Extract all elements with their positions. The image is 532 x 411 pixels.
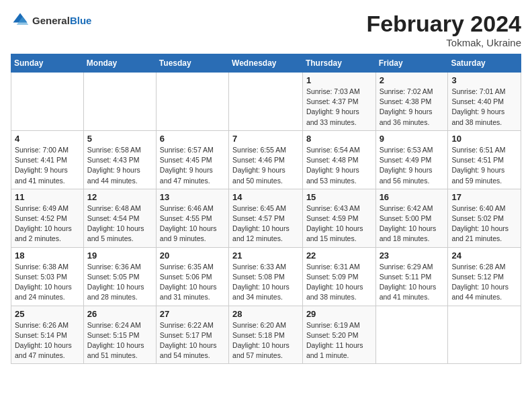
day-number: 8 [306, 134, 372, 144]
day-info: Sunrise: 6:48 AM Sunset: 4:54 PM Dayligh… [87, 203, 152, 244]
day-number: 2 [380, 75, 445, 85]
calendar-cell: 24Sunrise: 6:28 AM Sunset: 5:12 PM Dayli… [448, 247, 521, 306]
day-number: 19 [87, 250, 152, 261]
day-info: Sunrise: 6:43 AM Sunset: 4:59 PM Dayligh… [306, 203, 372, 244]
calendar-cell: 13Sunrise: 6:46 AM Sunset: 4:55 PM Dayli… [156, 189, 228, 247]
col-header-tuesday: Tuesday [156, 54, 228, 73]
day-number: 3 [451, 75, 517, 85]
calendar-cell: 20Sunrise: 6:35 AM Sunset: 5:06 PM Dayli… [156, 247, 228, 306]
day-number: 16 [380, 192, 445, 202]
title-block: February 2024 Tokmak, Ukraine [366, 11, 521, 48]
calendar-cell: 19Sunrise: 6:36 AM Sunset: 5:05 PM Dayli… [83, 247, 156, 306]
calendar-cell: 27Sunrise: 6:22 AM Sunset: 5:17 PM Dayli… [156, 306, 228, 364]
col-header-monday: Monday [83, 54, 156, 73]
calendar-cell: 4Sunrise: 7:00 AM Sunset: 4:41 PM Daylig… [11, 130, 84, 189]
calendar-cell: 10Sunrise: 6:51 AM Sunset: 4:51 PM Dayli… [448, 130, 521, 189]
day-number: 4 [15, 134, 80, 144]
day-number: 11 [15, 192, 80, 202]
day-info: Sunrise: 6:53 AM Sunset: 4:49 PM Dayligh… [380, 145, 445, 186]
day-number: 23 [380, 250, 445, 261]
day-info: Sunrise: 6:24 AM Sunset: 5:15 PM Dayligh… [87, 320, 152, 361]
calendar-cell [448, 306, 521, 364]
day-number: 27 [160, 309, 225, 319]
day-number: 29 [306, 309, 372, 319]
calendar-cell: 26Sunrise: 6:24 AM Sunset: 5:15 PM Dayli… [83, 306, 156, 364]
day-info: Sunrise: 6:36 AM Sunset: 5:05 PM Dayligh… [87, 262, 152, 303]
calendar-cell: 9Sunrise: 6:53 AM Sunset: 4:49 PM Daylig… [375, 130, 448, 189]
day-info: Sunrise: 6:26 AM Sunset: 5:14 PM Dayligh… [15, 320, 80, 361]
page-header: GeneralBlue February 2024 Tokmak, Ukrain… [11, 11, 521, 48]
day-info: Sunrise: 7:03 AM Sunset: 4:37 PM Dayligh… [306, 87, 372, 128]
calendar-cell [83, 73, 156, 131]
calendar-cell: 11Sunrise: 6:49 AM Sunset: 4:52 PM Dayli… [11, 189, 84, 247]
day-number: 12 [87, 192, 152, 202]
day-info: Sunrise: 6:40 AM Sunset: 5:02 PM Dayligh… [451, 203, 517, 244]
calendar-cell [156, 73, 228, 131]
calendar-cell: 1Sunrise: 7:03 AM Sunset: 4:37 PM Daylig… [302, 73, 375, 131]
logo-icon [11, 11, 30, 30]
day-info: Sunrise: 6:54 AM Sunset: 4:48 PM Dayligh… [306, 145, 372, 186]
day-number: 10 [451, 134, 517, 144]
day-number: 15 [306, 192, 372, 202]
day-info: Sunrise: 6:55 AM Sunset: 4:46 PM Dayligh… [232, 145, 299, 186]
day-info: Sunrise: 6:45 AM Sunset: 4:57 PM Dayligh… [232, 203, 299, 244]
day-number: 13 [160, 192, 225, 202]
logo: GeneralBlue [11, 11, 91, 30]
day-number: 5 [87, 134, 152, 144]
col-header-sunday: Sunday [11, 54, 84, 73]
calendar-cell: 8Sunrise: 6:54 AM Sunset: 4:48 PM Daylig… [302, 130, 375, 189]
day-info: Sunrise: 6:33 AM Sunset: 5:08 PM Dayligh… [232, 262, 299, 303]
calendar-cell: 18Sunrise: 6:38 AM Sunset: 5:03 PM Dayli… [11, 247, 84, 306]
calendar-cell: 16Sunrise: 6:42 AM Sunset: 5:00 PM Dayli… [375, 189, 448, 247]
day-info: Sunrise: 6:29 AM Sunset: 5:11 PM Dayligh… [380, 262, 445, 303]
day-number: 17 [451, 192, 517, 202]
day-info: Sunrise: 6:22 AM Sunset: 5:17 PM Dayligh… [160, 320, 225, 361]
calendar-cell: 2Sunrise: 7:02 AM Sunset: 4:38 PM Daylig… [375, 73, 448, 131]
calendar-cell: 22Sunrise: 6:31 AM Sunset: 5:09 PM Dayli… [302, 247, 375, 306]
col-header-friday: Friday [375, 54, 448, 73]
calendar-cell: 3Sunrise: 7:01 AM Sunset: 4:40 PM Daylig… [448, 73, 521, 131]
month-title: February 2024 [366, 11, 521, 37]
day-info: Sunrise: 7:00 AM Sunset: 4:41 PM Dayligh… [15, 145, 80, 186]
calendar-cell: 12Sunrise: 6:48 AM Sunset: 4:54 PM Dayli… [83, 189, 156, 247]
calendar-cell: 15Sunrise: 6:43 AM Sunset: 4:59 PM Dayli… [302, 189, 375, 247]
calendar-cell: 23Sunrise: 6:29 AM Sunset: 5:11 PM Dayli… [375, 247, 448, 306]
calendar-cell: 6Sunrise: 6:57 AM Sunset: 4:45 PM Daylig… [156, 130, 228, 189]
day-number: 28 [232, 309, 299, 319]
calendar-cell [11, 73, 84, 131]
day-number: 6 [160, 134, 225, 144]
day-info: Sunrise: 6:46 AM Sunset: 4:55 PM Dayligh… [160, 203, 225, 244]
col-header-thursday: Thursday [302, 54, 375, 73]
day-info: Sunrise: 6:49 AM Sunset: 4:52 PM Dayligh… [15, 203, 80, 244]
day-number: 24 [451, 250, 517, 261]
calendar-table: SundayMondayTuesdayWednesdayThursdayFrid… [11, 54, 521, 364]
day-info: Sunrise: 6:57 AM Sunset: 4:45 PM Dayligh… [160, 145, 225, 186]
calendar-cell [375, 306, 448, 364]
calendar-cell [229, 73, 303, 131]
calendar-cell: 25Sunrise: 6:26 AM Sunset: 5:14 PM Dayli… [11, 306, 84, 364]
calendar-cell: 5Sunrise: 6:58 AM Sunset: 4:43 PM Daylig… [83, 130, 156, 189]
subtitle: Tokmak, Ukraine [366, 37, 521, 48]
day-info: Sunrise: 7:01 AM Sunset: 4:40 PM Dayligh… [451, 87, 517, 128]
calendar-cell: 7Sunrise: 6:55 AM Sunset: 4:46 PM Daylig… [229, 130, 303, 189]
day-info: Sunrise: 6:20 AM Sunset: 5:18 PM Dayligh… [232, 320, 299, 361]
calendar-cell: 14Sunrise: 6:45 AM Sunset: 4:57 PM Dayli… [229, 189, 303, 247]
calendar-cell: 29Sunrise: 6:19 AM Sunset: 5:20 PM Dayli… [302, 306, 375, 364]
day-number: 26 [87, 309, 152, 319]
day-info: Sunrise: 6:35 AM Sunset: 5:06 PM Dayligh… [160, 262, 225, 303]
day-info: Sunrise: 7:02 AM Sunset: 4:38 PM Dayligh… [380, 87, 445, 128]
day-number: 1 [306, 75, 372, 85]
calendar-cell: 21Sunrise: 6:33 AM Sunset: 5:08 PM Dayli… [229, 247, 303, 306]
day-number: 22 [306, 250, 372, 261]
day-info: Sunrise: 6:28 AM Sunset: 5:12 PM Dayligh… [451, 262, 517, 303]
day-info: Sunrise: 6:42 AM Sunset: 5:00 PM Dayligh… [380, 203, 445, 244]
calendar-cell: 28Sunrise: 6:20 AM Sunset: 5:18 PM Dayli… [229, 306, 303, 364]
day-info: Sunrise: 6:51 AM Sunset: 4:51 PM Dayligh… [451, 145, 517, 186]
day-number: 18 [15, 250, 80, 261]
day-number: 9 [380, 134, 445, 144]
day-info: Sunrise: 6:19 AM Sunset: 5:20 PM Dayligh… [306, 320, 372, 361]
day-info: Sunrise: 6:38 AM Sunset: 5:03 PM Dayligh… [15, 262, 80, 303]
day-number: 21 [232, 250, 299, 261]
day-number: 25 [15, 309, 80, 319]
day-number: 20 [160, 250, 225, 261]
